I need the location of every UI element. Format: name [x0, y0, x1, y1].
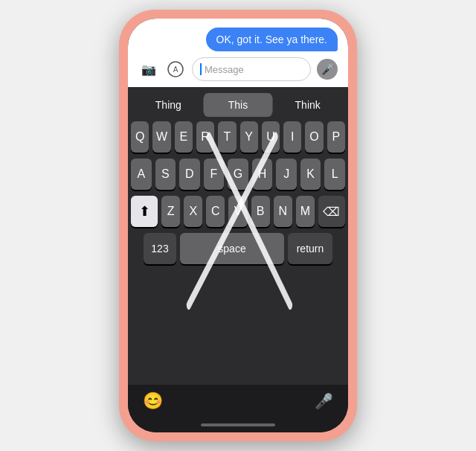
- shift-key[interactable]: ⬆: [131, 196, 158, 227]
- key-row-bottom: 123 space return: [131, 233, 345, 264]
- key-r[interactable]: R: [196, 121, 214, 153]
- home-bar: [201, 423, 275, 426]
- predictive-bar: Thing This Think: [131, 92, 345, 118]
- key-f[interactable]: F: [204, 159, 225, 190]
- keyboard: Thing This Think Q W E R T Y U I O: [128, 87, 348, 385]
- key-z[interactable]: Z: [161, 196, 180, 227]
- key-u[interactable]: U: [262, 121, 280, 153]
- key-rows: Q W E R T Y U I O P A S D F G: [131, 121, 345, 382]
- key-x[interactable]: X: [184, 196, 202, 227]
- key-v[interactable]: V: [228, 196, 247, 227]
- key-w[interactable]: W: [152, 121, 170, 153]
- key-b[interactable]: B: [251, 196, 270, 227]
- key-s[interactable]: S: [155, 159, 176, 190]
- space-key[interactable]: space: [180, 233, 284, 264]
- mic-input-icon[interactable]: 🎤: [317, 59, 338, 80]
- key-g[interactable]: G: [228, 159, 248, 190]
- predictive-word-thing[interactable]: Thing: [134, 93, 203, 117]
- key-row-2: A S D F G H J K L: [131, 159, 345, 190]
- key-row-3: ⬆ Z X C V B N M ⌫: [131, 196, 345, 227]
- return-key[interactable]: return: [288, 233, 332, 264]
- mic-icon-bottom[interactable]: 🎤: [315, 392, 333, 410]
- home-indicator-area: [128, 418, 348, 432]
- key-a[interactable]: A: [131, 159, 152, 190]
- camera-icon[interactable]: 📷: [138, 59, 159, 80]
- key-row-1: Q W E R T Y U I O P: [131, 121, 345, 153]
- key-q[interactable]: Q: [131, 121, 149, 153]
- appstore-icon[interactable]: A: [165, 59, 186, 80]
- message-area: OK, got it. See ya there. 📷 A Message 🎤: [128, 19, 348, 87]
- key-i[interactable]: I: [283, 121, 301, 153]
- key-o[interactable]: O: [305, 121, 323, 153]
- key-e[interactable]: E: [175, 121, 193, 153]
- svg-text:A: A: [173, 65, 178, 74]
- key-n[interactable]: N: [274, 196, 292, 227]
- message-placeholder: Message: [205, 64, 244, 75]
- key-j[interactable]: J: [276, 159, 297, 190]
- key-p[interactable]: P: [327, 121, 345, 153]
- message-input[interactable]: Message: [192, 57, 311, 81]
- phone-frame: OK, got it. See ya there. 📷 A Message 🎤: [119, 10, 357, 441]
- key-y[interactable]: Y: [240, 121, 258, 153]
- key-t[interactable]: T: [218, 121, 236, 153]
- key-l[interactable]: L: [324, 159, 345, 190]
- emoji-icon[interactable]: 😊: [143, 391, 163, 411]
- phone-screen: OK, got it. See ya there. 📷 A Message 🎤: [128, 19, 348, 432]
- predictive-word-think[interactable]: Think: [273, 93, 342, 117]
- key-d[interactable]: D: [179, 159, 200, 190]
- bottom-bar: 😊 🎤: [128, 385, 348, 418]
- predictive-word-this[interactable]: This: [204, 93, 273, 117]
- delete-key[interactable]: ⌫: [318, 196, 345, 227]
- key-h[interactable]: H: [252, 159, 273, 190]
- text-cursor: [200, 63, 202, 75]
- message-bubble: OK, got it. See ya there.: [206, 28, 338, 51]
- num-key[interactable]: 123: [144, 233, 176, 264]
- key-k[interactable]: K: [300, 159, 321, 190]
- key-m[interactable]: M: [296, 196, 315, 227]
- input-row: 📷 A Message 🎤: [138, 57, 338, 81]
- key-c[interactable]: C: [206, 196, 225, 227]
